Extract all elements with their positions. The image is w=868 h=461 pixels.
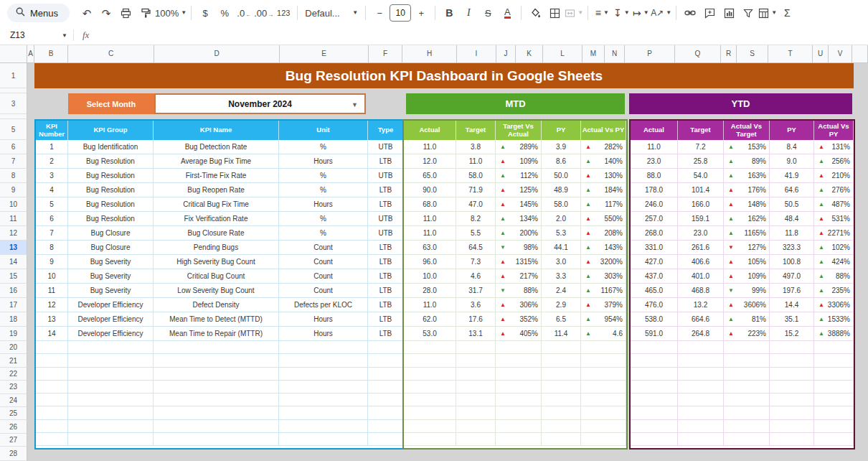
empty-cell[interactable] bbox=[279, 341, 368, 354]
ytd-vs-py-cell[interactable]: ▲487% bbox=[814, 197, 854, 212]
empty-cell[interactable] bbox=[456, 381, 496, 394]
kpi-name-cell[interactable]: High Severity Bug Count bbox=[154, 255, 279, 269]
ytd-target-cell[interactable]: 264.8 bbox=[678, 327, 724, 341]
empty-cell[interactable] bbox=[724, 368, 770, 381]
empty-cell[interactable] bbox=[581, 354, 626, 367]
empty-cell[interactable] bbox=[36, 406, 68, 419]
kpi-name-cell[interactable]: Average Bug Fix Time bbox=[154, 154, 279, 169]
mtd-vs-py-cell[interactable]: ▲140% bbox=[581, 154, 626, 169]
vertical-align-dropdown[interactable]: ↧▼ bbox=[612, 4, 631, 22]
ytd-target-cell[interactable]: 664.6 bbox=[678, 312, 724, 327]
font-dropdown[interactable]: Defaul...▼ bbox=[302, 4, 361, 22]
paint-format-button[interactable] bbox=[136, 4, 154, 22]
mtd-vs-cell[interactable]: ▲134% bbox=[496, 212, 542, 226]
ytd-actual-cell[interactable]: 88.0 bbox=[631, 169, 678, 183]
empty-cell[interactable] bbox=[496, 368, 542, 381]
row-header-15[interactable]: 15 bbox=[0, 269, 27, 284]
kpi-number-cell[interactable]: 13 bbox=[36, 312, 68, 327]
row-header-4[interactable] bbox=[0, 114, 27, 119]
redo-button[interactable]: ↷ bbox=[97, 4, 115, 22]
bold-button[interactable]: B bbox=[440, 4, 458, 22]
mtd-vs-cell[interactable]: ▲217% bbox=[496, 269, 542, 284]
mtd-actual-cell[interactable]: 65.0 bbox=[404, 169, 456, 183]
empty-cell[interactable] bbox=[456, 354, 496, 367]
kpi-number-cell[interactable]: 12 bbox=[36, 298, 68, 312]
empty-cell[interactable] bbox=[154, 341, 279, 354]
column-header-P[interactable]: P bbox=[625, 45, 675, 63]
ytd-actual-cell[interactable]: 465.0 bbox=[631, 284, 678, 298]
empty-cell[interactable] bbox=[68, 406, 154, 419]
text-color-button[interactable]: A bbox=[498, 4, 516, 22]
ytd-actual-cell[interactable]: 23.0 bbox=[631, 154, 678, 169]
empty-cell[interactable] bbox=[368, 420, 404, 433]
kpi-unit-cell[interactable]: Hours bbox=[279, 327, 368, 341]
ytd-py-cell[interactable]: 35.1 bbox=[770, 312, 814, 327]
text-wrap-dropdown[interactable]: ↦▼ bbox=[631, 4, 650, 22]
ytd-py-cell[interactable]: 100.8 bbox=[770, 255, 814, 269]
empty-cell[interactable] bbox=[770, 341, 814, 354]
kpi-group-cell[interactable]: Developer Efficiency bbox=[68, 327, 154, 341]
empty-cell[interactable] bbox=[678, 341, 724, 354]
mtd-py-cell[interactable]: 3.9 bbox=[542, 140, 581, 154]
ytd-target-cell[interactable]: 101.4 bbox=[678, 183, 724, 197]
empty-cell[interactable] bbox=[404, 420, 456, 433]
ytd-target-cell[interactable]: 23.0 bbox=[678, 226, 724, 241]
row-header-18[interactable]: 18 bbox=[0, 312, 27, 327]
kpi-name-cell[interactable]: Critical Bug Count bbox=[154, 269, 279, 284]
kpi-group-cell[interactable]: Bug Resolution bbox=[68, 197, 154, 212]
empty-cell[interactable] bbox=[581, 381, 626, 394]
row-header-22[interactable]: 22 bbox=[0, 368, 27, 381]
ytd-actual-cell[interactable]: 257.0 bbox=[631, 212, 678, 226]
left-header-3[interactable]: Unit bbox=[279, 121, 368, 140]
mtd-banner-cell[interactable]: MTD bbox=[406, 93, 625, 114]
ytd-target-cell[interactable]: 468.8 bbox=[678, 284, 724, 298]
empty-cell[interactable] bbox=[279, 420, 368, 433]
kpi-unit-cell[interactable]: Defects per KLOC bbox=[279, 298, 368, 312]
kpi-type-cell[interactable]: UTB bbox=[368, 226, 404, 241]
empty-cell[interactable] bbox=[368, 394, 404, 406]
mtd-actual-cell[interactable]: 68.0 bbox=[404, 197, 456, 212]
mtd-vs-py-cell[interactable]: ▲282% bbox=[581, 140, 626, 154]
mtd-actual-cell[interactable]: 63.0 bbox=[404, 241, 456, 255]
mtd-header-4[interactable]: Actual Vs PY bbox=[581, 121, 626, 140]
mtd-py-cell[interactable]: 2.9 bbox=[542, 298, 581, 312]
ytd-header-2[interactable]: Actual Vs Target bbox=[724, 121, 770, 140]
column-header-M[interactable]: M bbox=[582, 45, 605, 63]
ytd-vs-py-cell[interactable]: ▲235% bbox=[814, 284, 854, 298]
empty-cell[interactable] bbox=[496, 341, 542, 354]
mtd-target-cell[interactable]: 3.6 bbox=[456, 298, 496, 312]
italic-button[interactable]: I bbox=[459, 4, 478, 22]
empty-cell[interactable] bbox=[496, 433, 542, 446]
empty-cell[interactable] bbox=[724, 433, 770, 446]
mtd-actual-cell[interactable]: 12.0 bbox=[404, 154, 456, 169]
empty-cell[interactable] bbox=[154, 420, 279, 433]
row-header-12[interactable]: 12 bbox=[0, 226, 27, 241]
print-button[interactable] bbox=[116, 4, 135, 22]
ytd-vs-cell[interactable]: ▲153% bbox=[724, 140, 770, 154]
ytd-target-cell[interactable]: 166.0 bbox=[678, 197, 724, 212]
mtd-vs-cell[interactable]: ▲1315% bbox=[496, 255, 542, 269]
empty-cell[interactable] bbox=[404, 341, 456, 354]
column-header-H[interactable]: H bbox=[402, 45, 457, 63]
empty-cell[interactable] bbox=[456, 341, 496, 354]
row-header-20[interactable]: 20 bbox=[0, 341, 27, 354]
empty-cell[interactable] bbox=[724, 394, 770, 406]
empty-cell[interactable] bbox=[631, 341, 678, 354]
empty-cell[interactable] bbox=[724, 420, 770, 433]
empty-cell[interactable] bbox=[724, 406, 770, 419]
kpi-type-cell[interactable]: LTB bbox=[368, 154, 404, 169]
mtd-vs-py-cell[interactable]: ▲208% bbox=[581, 226, 626, 241]
kpi-unit-cell[interactable]: % bbox=[279, 183, 368, 197]
empty-cell[interactable] bbox=[770, 381, 814, 394]
ytd-py-cell[interactable]: 14.4 bbox=[770, 298, 814, 312]
empty-cell[interactable] bbox=[279, 381, 368, 394]
empty-cell[interactable] bbox=[581, 341, 626, 354]
empty-cell[interactable] bbox=[279, 433, 368, 446]
kpi-name-cell[interactable]: Fix Verification Rate bbox=[154, 212, 279, 226]
row-header-25[interactable]: 25 bbox=[0, 407, 27, 420]
empty-cell[interactable] bbox=[770, 420, 814, 433]
functions-button[interactable]: Σ bbox=[778, 4, 796, 22]
ytd-target-cell[interactable]: 25.8 bbox=[678, 154, 724, 169]
empty-cell[interactable] bbox=[456, 368, 496, 381]
left-header-4[interactable]: Type bbox=[368, 121, 404, 140]
